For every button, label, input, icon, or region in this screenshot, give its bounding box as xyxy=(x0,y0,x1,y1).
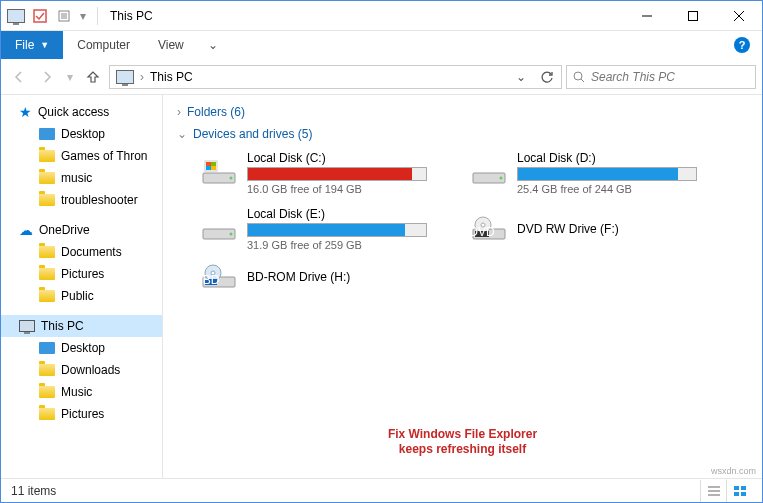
drive-usage-bar xyxy=(517,167,697,181)
sidebar-label: Quick access xyxy=(38,105,109,119)
drive-item[interactable]: Local Disk (C:)16.0 GB free of 194 GB xyxy=(199,149,449,197)
view-large-button[interactable] xyxy=(726,480,752,502)
sidebar-item-label: Music xyxy=(61,385,92,399)
address-dropdown-icon[interactable]: ⌄ xyxy=(511,67,531,87)
address-path[interactable]: This PC xyxy=(150,70,193,84)
sidebar-item[interactable]: Documents xyxy=(1,241,162,263)
svg-point-17 xyxy=(230,177,233,180)
overlay-line1: Fix Windows File Explorer xyxy=(163,427,762,443)
svg-rect-13 xyxy=(206,162,211,166)
sidebar-this-pc[interactable]: This PC xyxy=(1,315,162,337)
window-icon[interactable] xyxy=(5,5,27,27)
svg-line-10 xyxy=(581,79,584,82)
refresh-button[interactable] xyxy=(537,67,557,87)
svg-point-9 xyxy=(574,72,582,80)
status-view-switcher xyxy=(700,480,752,502)
svg-rect-14 xyxy=(211,162,216,166)
drives-list: Local Disk (C:)16.0 GB free of 194 GBLoc… xyxy=(169,145,762,293)
sidebar-item[interactable]: Pictures xyxy=(1,403,162,425)
sidebar-item[interactable]: troubleshooter xyxy=(1,189,162,211)
drive-icon xyxy=(201,159,237,187)
sidebar-item-label: music xyxy=(61,171,92,185)
sidebar-item[interactable]: Downloads xyxy=(1,359,162,381)
cloud-icon: ☁ xyxy=(19,222,33,238)
view-details-button[interactable] xyxy=(700,480,726,502)
svg-rect-35 xyxy=(734,486,739,490)
drive-item[interactable]: Local Disk (E:)31.9 GB free of 259 GB xyxy=(199,205,449,253)
drive-icon: DVD xyxy=(471,215,507,243)
title-bar: ▾ This PC xyxy=(1,1,762,31)
nav-forward-button[interactable] xyxy=(35,65,59,89)
watermark: wsxdn.com xyxy=(711,466,756,476)
drive-item[interactable]: DVDDVD RW Drive (F:) xyxy=(469,205,719,253)
sidebar-item[interactable]: Pictures xyxy=(1,263,162,285)
folder-icon xyxy=(39,386,55,398)
sidebar-item-label: Downloads xyxy=(61,363,120,377)
drive-item[interactable]: Local Disk (D:)25.4 GB free of 244 GB xyxy=(469,149,719,197)
navigation-bar: ▾ › This PC ⌄ Search This PC xyxy=(1,59,762,95)
folder-icon xyxy=(39,364,55,376)
svg-text:BD: BD xyxy=(203,273,220,287)
ribbon-expand-icon[interactable]: ⌄ xyxy=(198,31,228,59)
address-separator-icon: › xyxy=(140,70,144,84)
sidebar-item[interactable]: Public xyxy=(1,285,162,307)
qat-properties-icon[interactable] xyxy=(53,5,75,27)
search-box[interactable]: Search This PC xyxy=(566,65,756,89)
drive-icon xyxy=(201,215,237,243)
svg-rect-15 xyxy=(206,166,211,170)
sidebar-item[interactable]: Desktop xyxy=(1,337,162,359)
window-controls xyxy=(624,1,762,31)
sidebar-item[interactable]: music xyxy=(1,167,162,189)
navigation-pane: ★Quick access DesktopGames of Thronmusic… xyxy=(1,95,163,478)
overlay-caption: Fix Windows File Explorer keeps refreshi… xyxy=(163,427,762,458)
svg-point-19 xyxy=(500,177,503,180)
svg-rect-6 xyxy=(689,11,698,20)
svg-text:DVD: DVD xyxy=(471,225,495,239)
sidebar-onedrive[interactable]: ☁OneDrive xyxy=(1,219,162,241)
sidebar-item[interactable]: Music xyxy=(1,381,162,403)
qat-dropdown-icon[interactable]: ▾ xyxy=(77,5,89,27)
nav-up-button[interactable] xyxy=(81,65,105,89)
nav-back-button[interactable] xyxy=(7,65,31,89)
close-button[interactable] xyxy=(716,1,762,31)
folder-icon xyxy=(39,194,55,206)
svg-point-21 xyxy=(230,233,233,236)
group-drives[interactable]: ⌄ Devices and drives (5) xyxy=(169,123,762,145)
sidebar-item-label: Documents xyxy=(61,245,122,259)
body: ★Quick access DesktopGames of Thronmusic… xyxy=(1,95,762,478)
svg-rect-37 xyxy=(734,492,739,496)
overlay-line2: keeps refreshing itself xyxy=(163,442,762,458)
sidebar-item[interactable]: Games of Thron xyxy=(1,145,162,167)
drive-info: 31.9 GB free of 259 GB xyxy=(247,239,447,251)
group-folders[interactable]: › Folders (6) xyxy=(169,101,762,123)
tab-view[interactable]: View xyxy=(144,31,198,59)
desktop-icon xyxy=(39,342,55,354)
content-pane: › Folders (6) ⌄ Devices and drives (5) L… xyxy=(163,95,762,478)
tab-file[interactable]: File▼ xyxy=(1,31,63,59)
drive-name: Local Disk (D:) xyxy=(517,151,717,165)
sidebar-quick-access[interactable]: ★Quick access xyxy=(1,101,162,123)
nav-recent-dropdown[interactable]: ▾ xyxy=(63,65,77,89)
tab-computer[interactable]: Computer xyxy=(63,31,144,59)
minimize-button[interactable] xyxy=(624,1,670,31)
chevron-down-icon: ⌄ xyxy=(177,127,187,141)
address-icon xyxy=(116,70,134,84)
maximize-button[interactable] xyxy=(670,1,716,31)
search-placeholder: Search This PC xyxy=(591,70,675,84)
drive-name: Local Disk (C:) xyxy=(247,151,447,165)
sidebar-item[interactable]: Desktop xyxy=(1,123,162,145)
address-bar[interactable]: › This PC ⌄ xyxy=(109,65,562,89)
drive-icon xyxy=(471,159,507,187)
monitor-icon xyxy=(19,320,35,332)
help-icon: ? xyxy=(734,37,750,53)
svg-rect-0 xyxy=(34,10,46,22)
qat-checkbox[interactable] xyxy=(29,5,51,27)
help-button[interactable]: ? xyxy=(722,31,762,59)
folder-icon xyxy=(39,408,55,420)
svg-rect-38 xyxy=(741,492,746,496)
drive-item[interactable]: BDBD-ROM Drive (H:) xyxy=(199,261,449,293)
quick-access-toolbar: ▾ xyxy=(1,5,93,27)
drive-usage-bar xyxy=(247,167,427,181)
svg-rect-16 xyxy=(211,166,216,170)
drive-usage-bar xyxy=(247,223,427,237)
